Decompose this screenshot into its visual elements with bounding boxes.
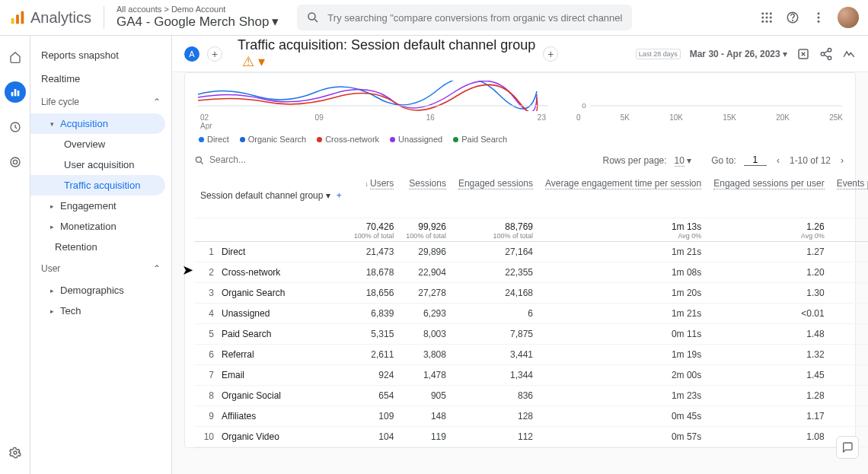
add-comparison-button[interactable]: +	[207, 46, 222, 62]
x-tick: 15K	[723, 113, 736, 122]
analytics-logo-icon	[9, 9, 26, 26]
collapse-icon: ⌃	[153, 97, 161, 107]
table-row[interactable]: 7Email9241,4781,3442m 00s1.4536.71	[194, 364, 868, 385]
date-range-picker[interactable]: Mar 30 - Apr 26, 2023 ▾	[690, 49, 787, 59]
sidebar-traffic-acquisition[interactable]: Traffic acquisition	[30, 175, 165, 196]
svg-rect-21	[17, 91, 19, 96]
add-filter-button[interactable]: +	[543, 46, 558, 62]
goto-input[interactable]	[744, 154, 767, 166]
table-row[interactable]: 3Organic Search18,65627,27824,1681m 20s1…	[194, 282, 868, 303]
table-search-input[interactable]	[209, 154, 331, 166]
share-icon[interactable]	[819, 47, 833, 61]
line-chart[interactable]: 02 Apr 09 16 23	[194, 81, 552, 130]
sidebar-acquisition[interactable]: ▾Acquisition	[30, 113, 165, 134]
svg-point-18	[818, 21, 820, 23]
col-users[interactable]: ↓Users	[348, 173, 400, 218]
divider	[104, 6, 104, 29]
legend-item[interactable]: Direct	[199, 135, 229, 144]
next-page-button[interactable]: ›	[838, 155, 846, 166]
rows-per-page-select[interactable]: 10 ▾	[675, 155, 692, 166]
col-engaged-sessions[interactable]: Engaged sessions	[452, 173, 539, 218]
apps-icon[interactable]	[760, 11, 774, 24]
table-row[interactable]: 9Affiliates1091481280m 45s1.1715.53	[194, 406, 868, 426]
all-users-chip[interactable]: A	[184, 46, 199, 62]
page-range: 1-10 of 12	[790, 155, 831, 166]
rail-admin[interactable]	[5, 442, 26, 463]
add-dimension-button[interactable]: +	[337, 190, 342, 201]
help-icon[interactable]	[786, 11, 799, 24]
col-engaged-per-user[interactable]: Engaged sessions per user	[707, 173, 830, 218]
dimension-picker[interactable]: Session default channel group ▾	[200, 190, 330, 201]
legend-item[interactable]: Paid Search	[453, 135, 507, 144]
svg-point-17	[818, 17, 820, 19]
warning-icon[interactable]: ⚠ ▾	[242, 53, 535, 70]
col-sessions[interactable]: Sessions	[400, 173, 452, 218]
svg-point-33	[196, 157, 201, 162]
svg-point-11	[761, 21, 764, 23]
table-row[interactable]: 1Direct21,47329,89627,1641m 21s1.2724.35	[194, 241, 868, 262]
svg-point-23	[11, 157, 20, 167]
svg-point-6	[766, 12, 768, 14]
sidebar-demographics[interactable]: ▸Demographics	[30, 280, 165, 301]
search-input[interactable]	[327, 12, 623, 24]
x-tick: 16	[426, 113, 435, 130]
page-title: Traffic acquisition: Session default cha…	[238, 37, 535, 70]
prev-page-button[interactable]: ‹	[774, 155, 782, 166]
rail-explore[interactable]	[5, 116, 26, 138]
global-search[interactable]	[297, 5, 632, 30]
table-row[interactable]: 6Referral2,6113,8083,4411m 19s1.3234.28	[194, 344, 868, 364]
feedback-button[interactable]	[836, 436, 859, 459]
customize-icon[interactable]	[796, 47, 810, 61]
search-icon	[194, 155, 205, 166]
search-icon	[306, 11, 320, 24]
sidebar-overview[interactable]: Overview	[30, 134, 165, 154]
svg-point-13	[770, 21, 772, 23]
sidebar-section-lifecycle[interactable]: Life cycle⌃	[30, 91, 171, 113]
col-avg-engagement[interactable]: Average engagement time per session	[539, 173, 707, 218]
bar-chart[interactable]: 0 0 5K 10K 15K 20K 25K	[573, 81, 846, 130]
sidebar-monetization[interactable]: ▸Monetization	[30, 216, 165, 237]
sidebar-reports-snapshot[interactable]: Reports snapshot	[30, 43, 171, 67]
svg-rect-19	[11, 92, 13, 96]
svg-point-9	[766, 17, 768, 19]
legend-item[interactable]: Unassigned	[390, 135, 442, 144]
main-area: A + Traffic acquisition: Session default…	[172, 36, 868, 474]
table-row[interactable]: 4Unassigned6,8396,29361m 21s<0.0131.15	[194, 303, 868, 323]
svg-text:0: 0	[582, 102, 586, 110]
insights-icon[interactable]	[842, 47, 856, 61]
sidebar-section-user[interactable]: User⌃	[30, 257, 171, 280]
account-picker[interactable]: All accounts > Demo Account GA4 - Google…	[116, 5, 279, 30]
sidebar-realtime[interactable]: Realtime	[30, 67, 171, 91]
x-tick: 20K	[776, 113, 790, 122]
col-events-per-session[interactable]: Events per session	[831, 173, 868, 218]
table-row[interactable]: 8Organic Social6549058361m 23s1.2820.90	[194, 385, 868, 406]
dropdown-icon: ▾	[272, 14, 279, 30]
svg-point-24	[13, 160, 17, 164]
sidebar-tech[interactable]: ▸Tech	[30, 301, 165, 321]
rail-advertising[interactable]	[5, 151, 26, 173]
page-header: A + Traffic acquisition: Session default…	[172, 36, 868, 72]
x-tick: 02 Apr	[200, 113, 212, 130]
svg-point-5	[761, 12, 764, 14]
legend-item[interactable]: Organic Search	[240, 135, 306, 144]
sidebar-retention[interactable]: Retention	[30, 237, 165, 257]
top-bar: Analytics All accounts > Demo Account GA…	[0, 0, 868, 36]
table-row[interactable]: 5Paid Search5,3158,0037,8750m 11s1.485.4…	[194, 323, 868, 344]
sidebar-user-acquisition[interactable]: User acquisition	[30, 154, 165, 175]
analytics-logo[interactable]: Analytics	[9, 9, 91, 27]
caret-icon: ▸	[50, 307, 54, 315]
rail-reports[interactable]	[5, 81, 26, 103]
more-icon[interactable]	[812, 11, 825, 24]
svg-point-28	[821, 52, 825, 56]
rail-home[interactable]	[5, 46, 26, 68]
account-name: GA4 - Google Merch Shop	[116, 14, 269, 30]
svg-line-4	[315, 19, 318, 22]
caret-icon: ▸	[50, 202, 54, 210]
sidebar-engagement[interactable]: ▸Engagement	[30, 196, 165, 216]
user-avatar[interactable]	[838, 7, 859, 28]
svg-point-16	[818, 12, 820, 14]
table-row[interactable]: 2Cross-network18,67822,90422,3551m 08s1.…	[194, 262, 868, 282]
legend-item[interactable]: Cross-network	[317, 135, 379, 144]
table-row[interactable]: 10Organic Video1041191120m 57s1.0818.92	[194, 426, 868, 447]
data-table: Session default channel group ▾ + ↓Users…	[194, 173, 868, 447]
